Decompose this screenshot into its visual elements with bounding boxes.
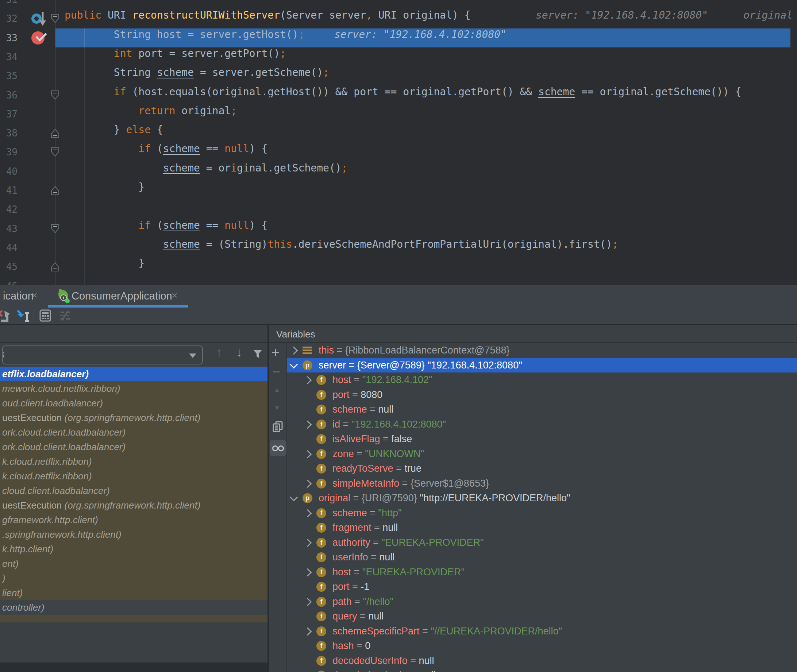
line-number[interactable]: 42 xyxy=(0,200,18,219)
chevron-right-icon[interactable] xyxy=(304,509,312,517)
stack-frame-row[interactable]: mework.cloud.netflix.ribbon) xyxy=(0,381,267,396)
tab-consumer-application[interactable]: ConsumerApplication xyxy=(72,285,172,308)
thread-selector-dropdown[interactable]: s xyxy=(2,346,203,365)
variable-row-zone[interactable]: fzone = "UNKNOWN" xyxy=(287,446,797,461)
variable-row-path[interactable]: fpath = "/hello" xyxy=(287,594,797,609)
stack-frame-row[interactable]: ork.cloud.client.loadbalancer) xyxy=(0,440,267,454)
line-number[interactable]: 34 xyxy=(0,47,18,66)
stack-frame-row[interactable]: uestExecution (org.springframework.http.… xyxy=(0,498,267,513)
add-watch-icon[interactable]: + xyxy=(272,345,280,360)
line-number[interactable]: 35 xyxy=(0,66,18,85)
panel-splitter[interactable] xyxy=(267,325,269,672)
pop-frame-icon[interactable] xyxy=(0,309,11,325)
variable-row-host[interactable]: fhost = "EUREKA-PROVIDER" xyxy=(287,565,797,580)
variable-row-id[interactable]: fid = "192.168.4.102:8080" xyxy=(287,417,797,432)
fold-marker-icon[interactable] xyxy=(51,13,59,24)
variable-row-port[interactable]: fport = 8080 xyxy=(287,387,797,402)
stack-frame-row[interactable]: .springframework.http.client) xyxy=(0,527,267,542)
line-number[interactable]: 43 xyxy=(0,219,18,238)
run-to-cursor-icon[interactable] xyxy=(16,309,30,325)
code-editor[interactable]: 3132public URI reconstructURIWithServer(… xyxy=(0,0,797,285)
tab-partial[interactable]: ication xyxy=(3,285,34,308)
variable-row-scheme[interactable]: fscheme = null xyxy=(287,402,797,417)
variable-text: id = "192.168.4.102:8080" xyxy=(333,417,446,432)
variable-row-this[interactable]: this = {RibbonLoadBalancerContext@7588} xyxy=(287,343,797,358)
stack-frame-row[interactable]: gframework.http.client) xyxy=(0,513,267,527)
variable-row-host[interactable]: fhost = "192.168.4.102" xyxy=(287,373,797,387)
variable-row-schemeSpecificPart[interactable]: fschemeSpecificPart = "//EUREKA-PROVIDER… xyxy=(287,624,797,639)
code-text: } xyxy=(65,181,144,200)
stack-frame-row[interactable]: cloud.client.loadbalancer) xyxy=(0,483,267,498)
line-number[interactable]: 36 xyxy=(0,86,18,105)
show-watches-toggle[interactable] xyxy=(270,440,286,456)
stack-frame-row[interactable]: ent) xyxy=(0,556,267,571)
chevron-right-icon[interactable] xyxy=(304,627,312,635)
chevron-down-icon[interactable] xyxy=(290,360,298,368)
stack-frame-row[interactable]: uestExecution (org.springframework.http.… xyxy=(0,410,267,425)
field-icon: f xyxy=(316,523,326,533)
line-number[interactable]: 41 xyxy=(0,181,18,200)
run-debug-tabbar: ication × ConsumerApplication × xyxy=(0,285,797,307)
frames-list[interactable]: etflix.loadbalancer)mework.cloud.netflix… xyxy=(0,366,267,622)
fold-marker-icon[interactable] xyxy=(51,90,59,100)
variable-row-scheme[interactable]: fscheme = "http" xyxy=(287,506,797,521)
fold-marker-icon[interactable] xyxy=(51,224,59,234)
chevron-right-icon[interactable] xyxy=(304,598,312,606)
stack-frame-row[interactable]: k.cloud.netflix.ribbon) xyxy=(0,454,267,469)
variable-row-original[interactable]: poriginal = {URI@7590} "http://EUREKA-PR… xyxy=(287,491,797,506)
fold-marker-icon[interactable] xyxy=(51,147,59,157)
editor-line-44: 44 scheme = (String)this.deriveSchemeAnd… xyxy=(0,238,797,257)
variables-tree[interactable]: this = {RibbonLoadBalancerContext@7588}p… xyxy=(287,343,797,672)
stack-frame-row[interactable]: controller) xyxy=(0,600,267,615)
chevron-right-icon[interactable] xyxy=(304,568,312,576)
chevron-down-icon[interactable] xyxy=(290,493,298,502)
fold-marker-icon[interactable] xyxy=(51,262,59,272)
variable-row-query[interactable]: fquery = null xyxy=(287,609,797,624)
variable-row-authority[interactable]: fauthority = "EUREKA-PROVIDER" xyxy=(287,535,797,550)
chevron-right-icon[interactable] xyxy=(304,450,312,458)
line-number[interactable]: 39 xyxy=(0,142,18,162)
chevron-right-icon[interactable] xyxy=(304,420,312,429)
stack-frame-row[interactable]: ork.cloud.client.loadbalancer) xyxy=(0,425,267,440)
stack-frame-row[interactable]: k.http.client) xyxy=(0,542,267,556)
fold-marker-icon[interactable] xyxy=(51,128,59,138)
variable-row-hash[interactable]: fhash = 0 xyxy=(287,638,797,653)
stack-frame-row[interactable]: oud.client.loadbalancer) xyxy=(0,396,267,410)
frame-down-icon[interactable]: ↓ xyxy=(236,345,242,359)
stack-frame-row[interactable]: lient) xyxy=(0,586,267,600)
variable-text: original = {URI@7590} "http://EUREKA-PRO… xyxy=(318,491,570,506)
frame-up-icon: ↑ xyxy=(216,345,222,359)
line-number[interactable]: 32 xyxy=(0,9,18,28)
chevron-right-icon[interactable] xyxy=(304,538,312,547)
line-number[interactable]: 44 xyxy=(0,238,18,257)
line-number[interactable]: 46 xyxy=(0,277,18,285)
line-number[interactable]: 40 xyxy=(0,162,18,181)
variable-row-userInfo[interactable]: fuserInfo = null xyxy=(287,550,797,565)
chevron-right-icon[interactable] xyxy=(290,347,298,355)
field-icon: f xyxy=(316,597,326,607)
chevron-right-icon[interactable] xyxy=(304,376,312,384)
variable-row-server[interactable]: pserver = {Server@7589} "192.168.4.102:8… xyxy=(287,358,797,373)
fold-marker-icon[interactable] xyxy=(51,185,59,195)
line-number[interactable]: 31 xyxy=(0,0,18,9)
variable-row-isAliveFlag[interactable]: fisAliveFlag = false xyxy=(287,432,797,446)
filter-icon[interactable] xyxy=(253,349,263,360)
line-number[interactable]: 38 xyxy=(0,124,18,142)
variable-row-simpleMetaInfo[interactable]: fsimpleMetaInfo = {Server$1@8653} xyxy=(287,476,797,491)
line-number[interactable]: 37 xyxy=(0,105,18,124)
evaluate-expression-icon[interactable] xyxy=(39,309,51,323)
close-icon[interactable]: × xyxy=(171,285,178,308)
stack-frame-row[interactable]: k.cloud.netflix.ribbon) xyxy=(0,469,267,483)
variable-row-port[interactable]: fport = -1 xyxy=(287,579,797,594)
duplicate-icon[interactable] xyxy=(272,421,283,434)
chevron-right-icon[interactable] xyxy=(304,479,312,488)
variable-row-decodedAuthority[interactable]: fdecodedAuthority = null xyxy=(287,668,797,672)
close-icon[interactable]: × xyxy=(31,285,37,308)
line-number[interactable]: 45 xyxy=(0,257,18,276)
stack-frame-row[interactable]: ) xyxy=(0,571,267,586)
stack-frame-row[interactable]: etflix.loadbalancer) xyxy=(0,366,267,381)
variable-row-decodedUserInfo[interactable]: fdecodedUserInfo = null xyxy=(287,653,797,668)
variable-row-readyToServe[interactable]: freadyToServe = true xyxy=(287,461,797,476)
line-number[interactable]: 33 xyxy=(0,29,18,47)
variable-row-fragment[interactable]: ffragment = null xyxy=(287,520,797,535)
